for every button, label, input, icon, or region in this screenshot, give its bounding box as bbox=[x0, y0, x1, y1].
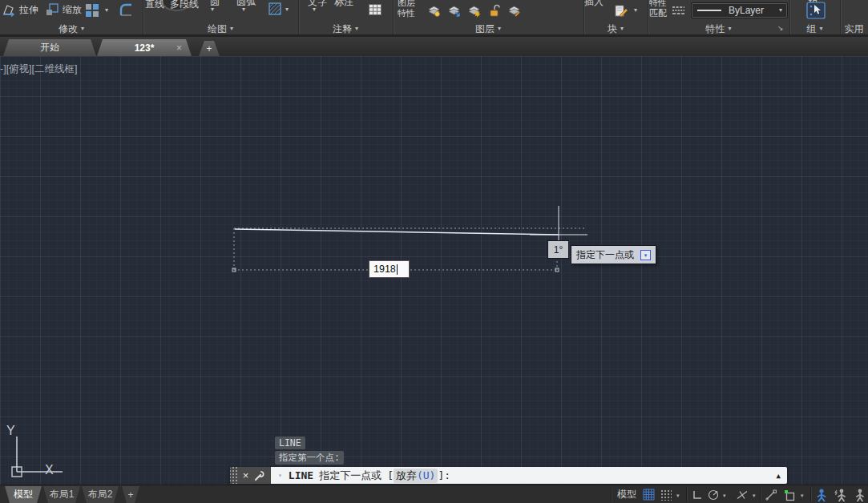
chevron-down-icon: ▾ bbox=[620, 26, 624, 32]
model-space-label: 模型 bbox=[617, 488, 636, 501]
linetype-select[interactable]: ByLayer ▾ bbox=[691, 2, 788, 18]
properties-dialog-launcher-icon[interactable]: ↘ bbox=[777, 24, 784, 32]
modify-label: 修改 bbox=[59, 22, 78, 36]
hatch-icon bbox=[268, 2, 282, 16]
dynamic-length-input[interactable]: 1918 bbox=[369, 260, 410, 278]
annotation-scale-button[interactable] bbox=[852, 487, 868, 502]
ortho-toggle[interactable] bbox=[690, 487, 704, 502]
insert-chevron-down-icon[interactable]: ▾ bbox=[634, 7, 637, 14]
stretch-button[interactable]: 拉伸 bbox=[2, 2, 38, 17]
snap-toggle[interactable] bbox=[659, 487, 673, 502]
file-tab-drawing[interactable]: 123* × bbox=[97, 39, 192, 56]
layer-unlock-icon bbox=[487, 4, 502, 18]
grid-icon bbox=[643, 489, 655, 501]
model-space-toggle[interactable]: 模型 bbox=[614, 487, 640, 502]
drawing-canvas[interactable] bbox=[0, 56, 868, 485]
edit-attribute-button[interactable] bbox=[613, 3, 629, 18]
arc-chevron-down-icon[interactable]: ▾ bbox=[242, 6, 245, 13]
grid-toggle[interactable] bbox=[640, 487, 656, 502]
panel-label-group[interactable]: 组 ▾ bbox=[789, 23, 840, 34]
object-snap-tracking-toggle[interactable] bbox=[764, 487, 778, 502]
tooltip-options-icon[interactable]: ▾ bbox=[640, 250, 651, 260]
chevron-down-icon: ▾ bbox=[355, 26, 358, 32]
linetype-chevron-down-icon: ▾ bbox=[779, 7, 782, 14]
group-selection-button[interactable] bbox=[806, 2, 826, 19]
layer-on-off-button[interactable] bbox=[426, 4, 442, 18]
layout2-tab[interactable]: 布局2 bbox=[82, 486, 119, 503]
array-chevron-down-icon[interactable]: ▾ bbox=[105, 7, 108, 14]
panel-label-properties[interactable]: 特性 ▾ bbox=[648, 23, 789, 34]
fillet-button[interactable] bbox=[118, 2, 134, 18]
object-snap-toggle[interactable] bbox=[781, 487, 797, 502]
insert-button[interactable]: 插入 bbox=[584, 0, 604, 9]
table-button[interactable] bbox=[368, 3, 382, 17]
match-properties-button[interactable]: 特性 匹配 bbox=[646, 0, 670, 18]
chevron-down-icon: ▾ bbox=[728, 26, 731, 32]
arc-button[interactable]: 圆弧 bbox=[236, 0, 256, 9]
undo-option-key: (U) bbox=[417, 469, 435, 481]
snap-chevron-down-icon[interactable]: ▾ bbox=[676, 493, 680, 499]
annotation-visibility-toggle[interactable] bbox=[813, 487, 830, 502]
array-button[interactable] bbox=[85, 3, 100, 18]
plus-icon: + bbox=[127, 489, 133, 501]
layer-properties-button[interactable]: 图层 特性 bbox=[394, 0, 418, 18]
hatch-button[interactable] bbox=[268, 2, 282, 16]
polar-tracking-toggle[interactable] bbox=[706, 487, 721, 502]
command-name: LINE bbox=[289, 469, 313, 481]
close-icon[interactable]: × bbox=[243, 470, 249, 481]
line-button[interactable]: 直线 bbox=[145, 0, 164, 11]
linetype-list-button[interactable] bbox=[672, 5, 685, 16]
dynamic-angle-box: 1° bbox=[547, 240, 569, 259]
osnap-chevron-down-icon[interactable]: ▾ bbox=[801, 493, 804, 499]
layer-on-off-icon bbox=[426, 4, 442, 18]
file-tab-start[interactable]: 开始 bbox=[3, 39, 96, 56]
match-properties-line1: 特性 bbox=[646, 0, 670, 8]
panel-label-draw[interactable]: 绘图 ▾ bbox=[143, 23, 298, 34]
undo-option[interactable]: 放弃(U) bbox=[394, 469, 438, 483]
dynamic-length-value: 1918 bbox=[373, 264, 396, 275]
hatch-chevron-down-icon[interactable]: ▾ bbox=[285, 6, 289, 13]
annotation-visibility-icon bbox=[814, 488, 829, 502]
chevron-down-icon: ▾ bbox=[81, 26, 84, 32]
layer-freeze-button[interactable] bbox=[466, 4, 482, 18]
annotation-autoscale-toggle[interactable] bbox=[833, 487, 849, 502]
new-layout-tab-button[interactable]: + bbox=[122, 486, 139, 503]
match-properties-line2: 匹配 bbox=[646, 8, 670, 18]
properties-label: 特性 bbox=[705, 22, 725, 36]
command-bar-drag-handle[interactable] bbox=[230, 467, 237, 484]
recent-commands-chevron-icon[interactable]: ▾ bbox=[278, 472, 282, 479]
customize-wrench-icon[interactable] bbox=[254, 470, 265, 481]
command-bar: × ▾ LINE 指定下一点或 [ 放弃(U) ]: ▲ bbox=[230, 467, 787, 484]
panel-label-annotate[interactable]: 注释 ▾ bbox=[298, 23, 393, 34]
layer-make-current-button[interactable] bbox=[446, 4, 462, 18]
polyline-button[interactable]: 多段线 bbox=[170, 0, 199, 11]
panel-label-utilities[interactable]: 实用 bbox=[840, 23, 868, 34]
prompt-tooltip-text: 指定下一点或 bbox=[576, 248, 634, 262]
object-snap-tracking-icon bbox=[765, 489, 777, 501]
layout1-tab[interactable]: 布局1 bbox=[43, 486, 80, 503]
command-history-expand-icon[interactable]: ▲ bbox=[777, 472, 781, 480]
layer-unlock-button[interactable] bbox=[487, 4, 502, 18]
layer-change-button[interactable] bbox=[507, 4, 522, 18]
close-icon[interactable]: × bbox=[176, 42, 182, 54]
layer-properties-line1: 图层 bbox=[394, 0, 418, 8]
model-tab-label: 模型 bbox=[14, 488, 33, 501]
isodraft-toggle[interactable] bbox=[734, 487, 750, 502]
isodraft-chevron-down-icon[interactable]: ▾ bbox=[753, 493, 756, 499]
panel-label-block[interactable]: 块 ▾ bbox=[583, 23, 648, 34]
command-input[interactable]: ▾ LINE 指定下一点或 [ 放弃(U) ]: ▲ bbox=[271, 467, 787, 484]
scale-button[interactable]: 缩放 bbox=[45, 2, 82, 17]
polar-chevron-down-icon[interactable]: ▾ bbox=[723, 493, 726, 499]
model-tab[interactable]: 模型 bbox=[5, 486, 42, 503]
undo-option-label: 放弃 bbox=[396, 469, 417, 481]
bracket-close: ]: bbox=[438, 469, 450, 481]
panel-label-layers[interactable]: 图层 ▾ bbox=[393, 23, 583, 34]
circle-chevron-down-icon[interactable]: ▾ bbox=[211, 6, 214, 13]
text-button[interactable]: 文字 bbox=[308, 0, 327, 9]
dimension-button[interactable]: 标注 bbox=[334, 0, 353, 9]
prompt-tooltip: 指定下一点或 ▾ bbox=[571, 245, 656, 264]
panel-label-modify[interactable]: 修改 ▾ bbox=[0, 23, 143, 34]
viewport-controls[interactable]: -][俯视][二维线框] bbox=[0, 62, 78, 76]
text-chevron-down-icon[interactable]: ▾ bbox=[313, 6, 316, 13]
new-drawing-tab-button[interactable]: + bbox=[199, 41, 220, 56]
